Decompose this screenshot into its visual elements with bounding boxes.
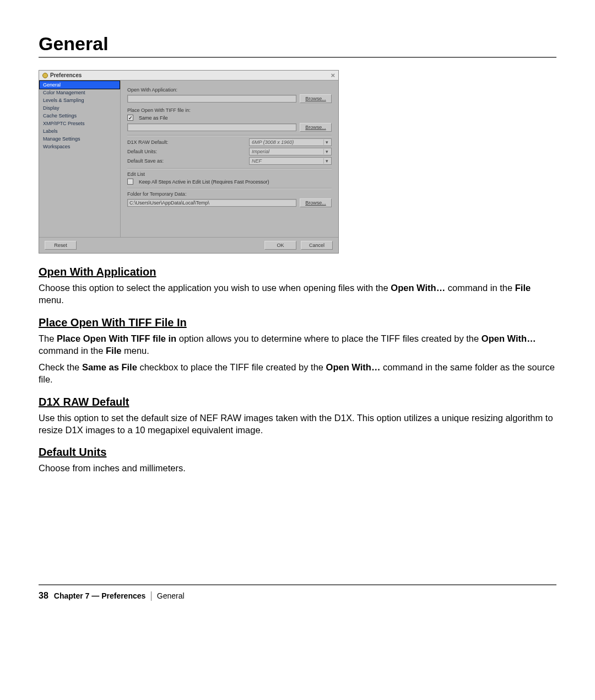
d1x-raw-default-label: D1X RAW Default: xyxy=(127,139,168,145)
ok-button[interactable]: OK xyxy=(264,241,296,250)
heading-default-units: Default Units xyxy=(39,446,556,459)
divider xyxy=(127,168,332,169)
sidebar-item-cache-settings[interactable]: Cache Settings xyxy=(40,112,120,120)
default-saveas-value: NEF xyxy=(252,158,262,164)
place-tiff-label: Place Open With TIFF file in: xyxy=(127,107,332,113)
keep-steps-checkbox[interactable]: ✓ xyxy=(127,179,133,185)
sidebar-item-color-management[interactable]: Color Management xyxy=(40,89,120,96)
app-icon xyxy=(42,73,48,78)
sidebar-item-manage-settings[interactable]: Manage Settings xyxy=(40,135,120,143)
reset-button[interactable]: Reset xyxy=(45,241,77,250)
sidebar-item-labels[interactable]: Labels xyxy=(40,127,120,135)
footer-section: General xyxy=(157,591,185,600)
chevron-down-icon: ▾ xyxy=(323,158,330,164)
place-tiff-path-input[interactable] xyxy=(127,123,296,131)
d1x-raw-default-select[interactable]: 6MP (3008 x 1960) ▾ xyxy=(249,138,332,146)
footer-rule xyxy=(39,584,556,585)
sidebar-item-xmp-iptc-presets[interactable]: XMP/IPTC Presets xyxy=(40,120,120,127)
sidebar-item-levels-sampling[interactable]: Levels & Sampling xyxy=(40,96,120,104)
close-icon[interactable]: × xyxy=(331,71,335,79)
default-units-label: Default Units: xyxy=(127,149,157,154)
sidebar-item-display[interactable]: Display xyxy=(40,104,120,112)
preferences-sidebar: General Color Management Levels & Sampli… xyxy=(39,80,121,237)
paragraph: Check the Same as File checkbox to place… xyxy=(39,361,556,386)
chevron-down-icon: ▾ xyxy=(323,149,330,154)
paragraph: Choose this option to select the applica… xyxy=(39,282,556,306)
browse-open-with-button[interactable]: Browse... xyxy=(300,94,332,103)
cancel-button[interactable]: Cancel xyxy=(301,241,333,250)
keep-steps-label: Keep All Steps Active in Edit List (Requ… xyxy=(139,179,269,185)
browse-temp-folder-button[interactable]: Browse... xyxy=(300,198,332,207)
page-footer: 38 Chapter 7 — Preferences | General xyxy=(39,590,556,601)
preferences-dialog: Preferences × General Color Management L… xyxy=(39,70,339,254)
paragraph: Choose from inches and millimeters. xyxy=(39,462,556,474)
footer-chapter: Chapter 7 — Preferences xyxy=(54,591,146,600)
open-with-app-input[interactable] xyxy=(127,95,296,103)
page-title: General xyxy=(39,33,556,58)
default-units-value: Imperial xyxy=(252,149,269,154)
heading-d1x-raw-default: D1X RAW Default xyxy=(39,396,556,408)
default-saveas-select[interactable]: NEF ▾ xyxy=(249,157,332,165)
browse-tiff-folder-button[interactable]: Browse... xyxy=(300,123,332,132)
chevron-down-icon: ▾ xyxy=(323,139,330,145)
open-with-app-label: Open With Application: xyxy=(127,87,332,93)
default-units-select[interactable]: Imperial ▾ xyxy=(249,148,332,155)
dialog-button-bar: Reset OK Cancel xyxy=(39,237,338,253)
footer-separator: | xyxy=(148,590,155,601)
sidebar-item-workspaces[interactable]: Workspaces xyxy=(40,143,120,150)
same-as-file-checkbox[interactable]: ✓ xyxy=(127,115,133,121)
paragraph: The Place Open With TIFF file in option … xyxy=(39,332,556,357)
heading-place-open-with-tiff: Place Open With TIFF File In xyxy=(39,316,556,329)
dialog-titlebar: Preferences × xyxy=(39,71,338,80)
sidebar-item-general[interactable]: General xyxy=(40,81,120,89)
default-saveas-label: Default Save as: xyxy=(127,158,164,164)
paragraph: Use this option to set the default size … xyxy=(39,412,556,437)
temp-folder-label: Folder for Temporary Data: xyxy=(127,191,332,197)
page-number: 38 xyxy=(39,591,48,601)
preferences-main-panel: Open With Application: Browse... Place O… xyxy=(121,80,338,237)
temp-folder-input[interactable] xyxy=(127,199,296,207)
divider xyxy=(127,135,332,136)
same-as-file-label: Same as File xyxy=(139,115,168,121)
divider xyxy=(127,188,332,189)
d1x-raw-default-value: 6MP (3008 x 1960) xyxy=(252,139,294,145)
heading-open-with-application: Open With Application xyxy=(39,266,556,278)
edit-list-label: Edit List xyxy=(127,171,332,177)
dialog-title: Preferences xyxy=(50,72,82,78)
